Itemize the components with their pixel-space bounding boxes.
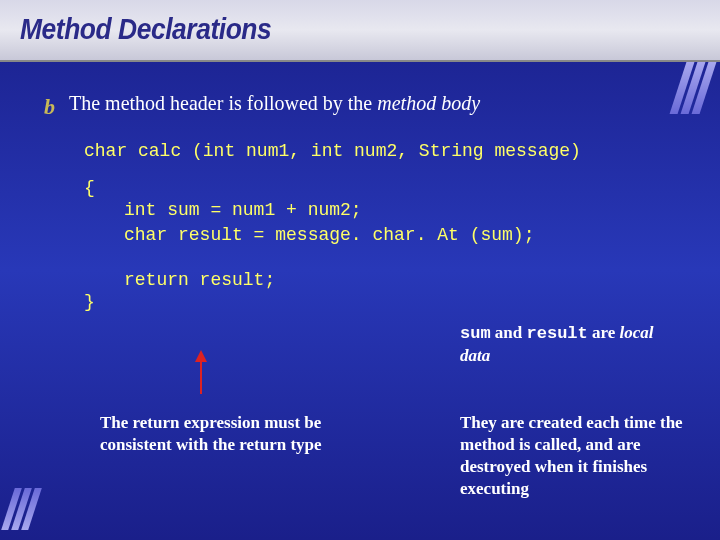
bullet-icon: b [44, 94, 55, 120]
code-brace-open: { [84, 178, 684, 198]
bullet-emphasis: method body [377, 92, 480, 114]
bullet-row: b The method header is followed by the m… [44, 90, 684, 120]
annotation-return-type: The return expression must be consistent… [100, 412, 380, 456]
corner-decoration-bottom-left [8, 488, 35, 530]
arrow-head-icon [195, 350, 207, 362]
annotation-lifecycle: They are created each time the method is… [460, 412, 700, 500]
anno-text: are [588, 323, 620, 342]
anno-code-word: sum [460, 324, 491, 343]
code-body-line: int sum = num1 + num2; [124, 198, 684, 223]
code-signature: char calc (int num1, int num2, String me… [84, 138, 684, 164]
code-body-line: char result = message. char. At (sum); [124, 223, 684, 248]
annotation-local-data: sum and result are local data [460, 322, 670, 367]
arrow-icon [200, 352, 202, 394]
code-return-line: return result; [124, 270, 684, 290]
code-brace-close: } [84, 292, 684, 312]
corner-decoration-top-right [678, 62, 708, 114]
bullet-prefix: The method header is followed by the [69, 92, 377, 114]
slide: Method Declarations b The method header … [0, 0, 720, 540]
anno-code-word: result [527, 324, 588, 343]
slide-title: Method Declarations [20, 12, 618, 46]
bullet-text: The method header is followed by the met… [69, 90, 480, 117]
content-area: b The method header is followed by the m… [0, 62, 720, 332]
title-bar: Method Declarations [0, 0, 720, 62]
anno-text: and [491, 323, 527, 342]
